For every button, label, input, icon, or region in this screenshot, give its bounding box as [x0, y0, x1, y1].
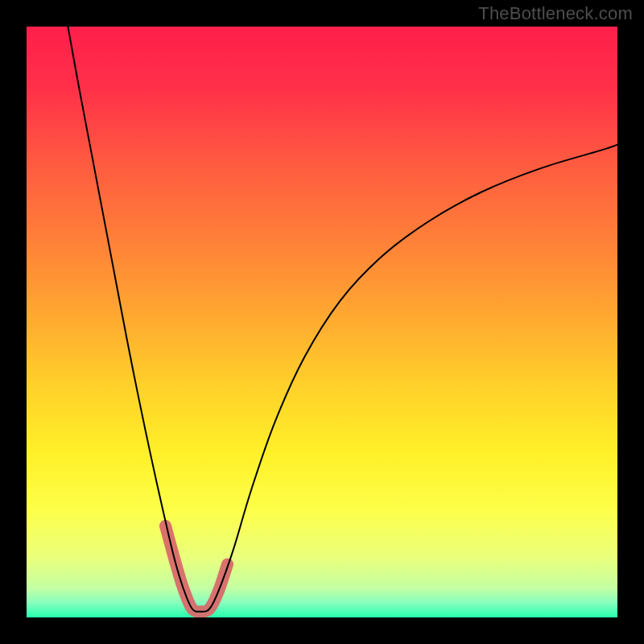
- watermark-text: TheBottleneck.com: [478, 3, 633, 24]
- plot-area: [27, 27, 617, 617]
- highlight-segment: [165, 526, 227, 612]
- chart-svg: [27, 27, 617, 617]
- chart-frame: TheBottleneck.com: [0, 0, 644, 644]
- bottleneck-curve: [68, 27, 617, 612]
